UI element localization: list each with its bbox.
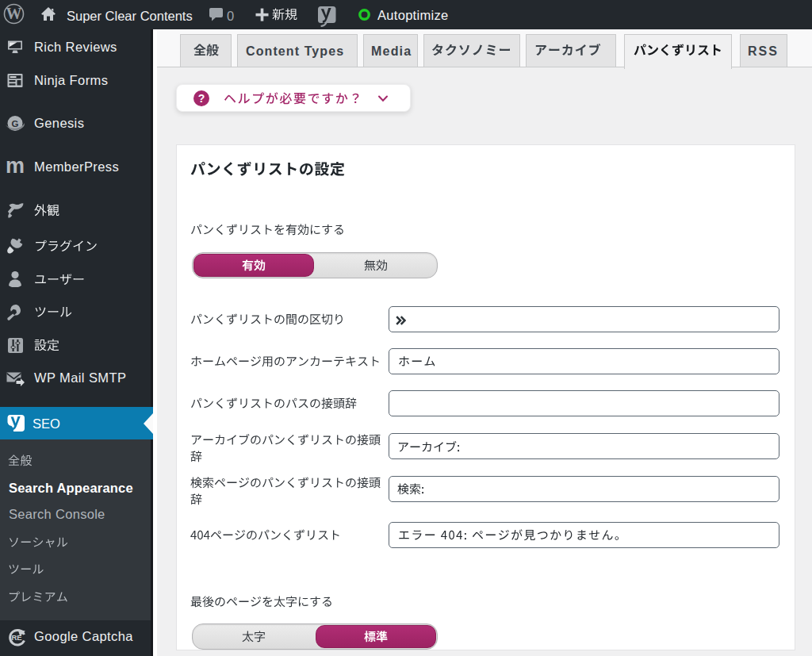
svg-text:m: m [6, 155, 25, 178]
svg-text:RE: RE [11, 633, 21, 642]
svg-text:G: G [12, 119, 19, 129]
svg-text:W: W [6, 5, 22, 22]
